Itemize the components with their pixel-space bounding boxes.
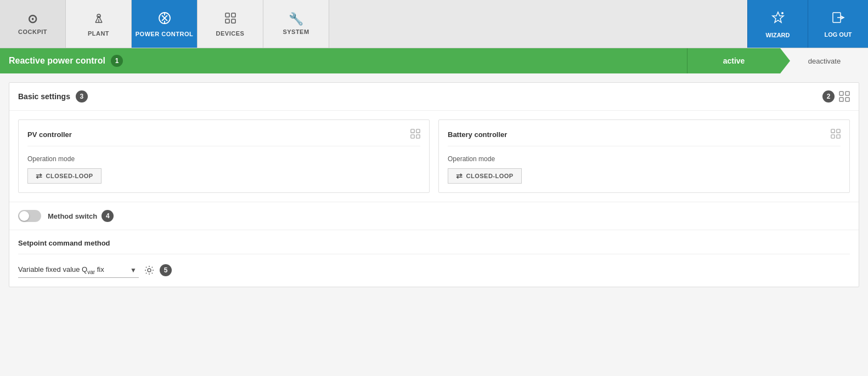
status-title-text: Reactive power control: [9, 56, 105, 66]
toggle-thumb: [19, 211, 29, 221]
power-control-icon: [157, 11, 172, 27]
wizard-icon: [770, 10, 786, 29]
deactivate-label: deactivate: [808, 57, 841, 65]
svg-rect-18: [846, 98, 849, 101]
gear-icon: [144, 265, 154, 275]
status-right: active deactivate: [687, 48, 868, 73]
method-switch-toggle[interactable]: [18, 210, 41, 222]
devices-icon: [224, 12, 237, 27]
svg-rect-8: [226, 13, 229, 17]
controllers-row: PV controller Operation mode ⇄ CLOSED-LO…: [9, 111, 859, 202]
svg-rect-25: [831, 135, 835, 138]
pv-controller-card: PV controller Operation mode ⇄ CLOSED-LO…: [18, 119, 430, 193]
grid-view-button-2[interactable]: 2: [822, 90, 850, 102]
battery-controller-card: Battery controller Operation mode ⇄ CLOS…: [438, 119, 850, 193]
pv-closed-loop-button[interactable]: ⇄ CLOSED-LOOP: [27, 168, 102, 184]
nav-tab-plant-label: PLANT: [88, 30, 109, 37]
battery-op-mode-label: Operation mode: [448, 155, 841, 163]
logout-label: LOG OUT: [824, 31, 852, 38]
setpoint-section: Setpoint command method Variable fixed v…: [9, 230, 859, 287]
battery-closed-loop-button[interactable]: ⇄ CLOSED-LOOP: [448, 168, 522, 184]
svg-rect-16: [846, 92, 849, 95]
grid-icon: [839, 91, 850, 102]
nav-tab-devices-label: DEVICES: [216, 30, 245, 37]
basic-settings-title: Basic settings: [18, 92, 70, 101]
grid-badge: 2: [822, 90, 835, 102]
method-switch-badge: 4: [102, 210, 114, 222]
nav-tab-cockpit-label: COCKPIT: [18, 29, 47, 35]
deactivate-button[interactable]: deactivate: [780, 48, 868, 73]
pv-grid-icon: [410, 129, 420, 139]
svg-rect-9: [232, 13, 235, 17]
battery-controller-title-row: Battery controller: [448, 129, 841, 146]
basic-settings-badge: 3: [76, 90, 88, 102]
svg-rect-10: [226, 19, 229, 23]
system-icon: 🔧: [289, 13, 304, 25]
plant-icon: [92, 12, 105, 27]
wizard-button[interactable]: WIZARD: [747, 0, 808, 48]
nav-tab-power-control[interactable]: POWER CONTROL: [132, 0, 198, 48]
top-nav: ⊙ COCKPIT PLANT POWER CONTROL DEVICES 🔧 …: [0, 0, 868, 48]
pv-op-mode-btn-label: CLOSED-LOOP: [46, 173, 93, 179]
logout-icon: [831, 10, 846, 28]
battery-grid-icon-button[interactable]: [831, 129, 841, 140]
setpoint-display-text: Variable fixed value Qvar fix: [18, 263, 139, 278]
pv-controller-label: PV controller: [27, 130, 72, 139]
pv-grid-icon-button[interactable]: [410, 129, 420, 140]
nav-right: WIZARD LOG OUT: [747, 0, 868, 48]
nav-tab-system[interactable]: 🔧 SYSTEM: [263, 0, 329, 48]
method-switch-row: Method switch 4: [9, 202, 859, 230]
wizard-label: WIZARD: [766, 32, 790, 38]
method-switch-label-text: Method switch 4: [48, 210, 114, 222]
section-title: Basic settings 3: [18, 90, 88, 102]
svg-rect-19: [411, 129, 414, 133]
method-switch-text: Method switch: [48, 212, 97, 220]
battery-op-mode-btn-label: CLOSED-LOOP: [466, 173, 514, 179]
nav-tab-plant[interactable]: PLANT: [66, 0, 132, 48]
status-active-indicator: active: [687, 48, 780, 73]
nav-tab-power-control-label: POWER CONTROL: [136, 31, 194, 37]
setpoint-dropdown-container: Variable fixed value Qvar fix Variable f…: [18, 263, 139, 278]
status-bar: Reactive power control 1 active deactiva…: [0, 48, 868, 73]
svg-rect-15: [839, 92, 843, 95]
setpoint-gear-button[interactable]: [144, 265, 154, 275]
cockpit-icon: ⊙: [27, 13, 38, 25]
svg-rect-20: [416, 129, 420, 133]
logout-button[interactable]: LOG OUT: [808, 0, 868, 48]
nav-tab-devices[interactable]: DEVICES: [198, 0, 263, 48]
svg-rect-24: [837, 129, 840, 133]
pv-loop-icon: ⇄: [36, 172, 43, 180]
nav-spacer: [329, 0, 747, 48]
svg-point-12: [781, 12, 784, 14]
svg-rect-17: [839, 98, 843, 101]
svg-rect-21: [411, 135, 414, 138]
battery-controller-label: Battery controller: [448, 130, 507, 139]
setpoint-badge: 5: [160, 264, 172, 276]
status-badge-1: 1: [111, 55, 123, 67]
battery-grid-icon: [831, 129, 841, 139]
section-header: Basic settings 3 2: [9, 83, 859, 111]
pv-op-mode-label: Operation mode: [27, 155, 420, 163]
setpoint-title: Setpoint command method: [18, 239, 850, 254]
main-content: Basic settings 3 2 PV controller: [0, 73, 868, 376]
nav-tab-cockpit[interactable]: ⊙ COCKPIT: [0, 0, 66, 48]
basic-settings-section: Basic settings 3 2 PV controller: [9, 82, 859, 287]
pv-controller-title-row: PV controller: [27, 129, 420, 146]
svg-rect-23: [831, 129, 835, 133]
svg-rect-22: [416, 135, 420, 138]
status-title-area: Reactive power control 1: [0, 55, 687, 67]
battery-loop-icon: ⇄: [456, 172, 463, 180]
svg-point-27: [148, 269, 151, 272]
svg-rect-11: [232, 19, 235, 23]
setpoint-row: Variable fixed value Qvar fix Variable f…: [18, 263, 850, 278]
status-active-label: active: [723, 56, 745, 65]
svg-rect-26: [837, 135, 840, 138]
nav-tab-system-label: SYSTEM: [283, 29, 309, 35]
